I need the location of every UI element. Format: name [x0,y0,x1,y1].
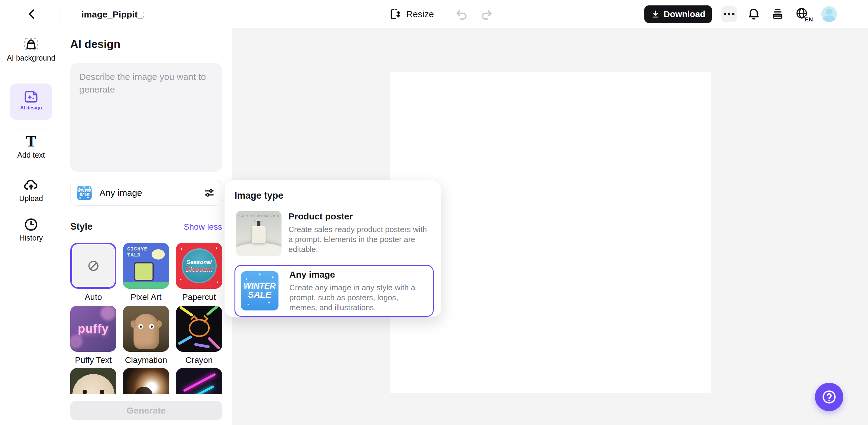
more-button[interactable] [721,6,737,22]
style-label: Papercut [176,292,222,302]
crayon-scribble [179,306,193,317]
panel-title: AI design [70,38,121,51]
crayon-scribble [194,343,210,348]
tool-sidebar: AI background AI design T Add text Uploa… [0,28,62,425]
sidebar-item-history[interactable]: History [0,217,62,242]
topbar: image_Pippit_20 Resize Download [0,0,868,28]
product-poster-thumbnail: SCENT OF ANTARCTICA [236,211,281,256]
style-tile-papercut[interactable]: Seasonal Discount Papercut [176,243,222,302]
topbar-divider [61,6,61,22]
bell-icon [747,7,761,21]
crayon-cat-ear [200,315,208,323]
style-label: Puffy Text [70,355,116,365]
option-title: Any image [289,270,428,280]
app-root: image_Pippit_20 Resize Download [0,0,868,425]
ai-background-icon [23,37,39,53]
crayon-thumbnail [176,306,222,352]
back-button[interactable] [25,7,38,21]
neon-line [183,373,216,392]
bottle-cap [257,221,260,227]
redo-icon [479,7,494,22]
sidebar-item-ai-design[interactable]: AI design [10,84,52,120]
stack-icon [771,7,784,21]
language-button[interactable]: EN [795,7,812,22]
pixel-art-thumbnail: GICHYETALD [123,243,169,289]
pixel-ground [123,282,169,289]
clay-eye [149,324,154,329]
clay-ear [130,321,136,328]
style-tile-puffy-text[interactable]: puffy Puffy Text [70,306,116,365]
dot [728,13,730,16]
style-tile-crayon[interactable]: Crayon [176,306,222,365]
assets-button[interactable] [771,7,785,21]
option-title: Product poster [288,211,432,221]
avatar-body [823,16,835,22]
option-product-poster[interactable]: SCENT OF ANTARCTICA Product poster Creat… [236,211,432,256]
undo-button[interactable] [455,7,469,22]
thumb-text: Seasonal [187,259,212,266]
resize-icon [390,8,402,21]
resize-label: Resize [406,9,434,19]
sidebar-item-label: Upload [0,194,62,203]
thumb-text: SALE [248,291,271,300]
style-label: Auto [70,292,116,302]
thumb-text: WINTER [244,282,276,291]
papercut-thumbnail: Seasonal Discount [176,243,222,289]
undo-icon [455,7,469,22]
redo-button[interactable] [479,7,494,22]
thumb-text: SCENT OF ANTARCTICA [236,214,281,218]
image-type-selector[interactable]: WINTER SALE Any image [70,180,222,206]
thumb-text: Discount [186,266,213,273]
panel-bottom-bar: Generate [62,394,232,425]
puffy-text-thumbnail: puffy [70,306,116,352]
sidebar-item-label: AI background [0,54,62,62]
sidebar-divider [9,128,53,128]
option-description: Create any image in any style with a pro… [289,283,428,312]
thumb-text: TALD [127,252,141,258]
avatar[interactable] [821,6,837,22]
crayon-scribble [178,335,193,345]
dot [724,13,726,16]
option-description: Create sales-ready product posters with … [288,224,432,254]
thumb-text: WINTER [77,189,91,192]
style-heading: Style [70,221,93,232]
language-label: EN [805,16,813,23]
notifications-button[interactable] [747,7,761,21]
generate-button[interactable]: Generate [70,401,222,420]
sidebar-item-upload[interactable]: Upload [0,177,62,203]
download-icon [651,10,660,19]
clay-eye [138,324,143,329]
selected-type-thumbnail: WINTER SALE [77,186,92,200]
any-image-thumbnail: WINTER SALE [241,271,278,310]
back-chevron-icon [26,8,38,20]
style-tile-auto[interactable]: Auto [70,243,116,302]
crayon-scribble [207,337,220,350]
pixel-bubble [152,249,165,260]
show-less-link[interactable]: Show less [184,222,222,232]
sidebar-item-ai-background[interactable]: AI background [0,37,62,62]
crayon-scribble [206,306,220,316]
sidebar-item-add-text[interactable]: T Add text [0,134,62,159]
download-button[interactable]: Download [644,5,712,23]
style-tile-pixel-art[interactable]: GICHYETALD Pixel Art [123,243,169,302]
thumb-text: SALE [80,193,89,196]
help-button[interactable] [815,383,843,411]
prompt-input[interactable] [70,63,222,172]
resize-button[interactable]: Resize [390,0,434,28]
style-label: Crayon [176,355,222,365]
history-clock-icon [24,217,38,232]
sidebar-item-label: History [0,234,62,242]
pixel-dino [134,262,154,281]
option-any-image[interactable]: WINTER SALE Any image Create any image i… [235,265,434,317]
style-tile-claymation[interactable]: Claymation [123,306,169,365]
image-type-popup: Image type SCENT OF ANTARCTICA Product p… [224,180,441,317]
clay-ear [156,321,162,328]
none-prohibited-icon [87,260,100,272]
plush-eye [83,390,87,394]
claymation-thumbnail [123,306,169,352]
poster-mound [236,243,281,256]
selected-style-ring [70,243,116,289]
crayon-cat-face [189,319,210,337]
ai-design-panel: AI design WINTER SALE Any image Style Sh… [62,28,232,425]
filter-sliders-icon [203,187,215,199]
